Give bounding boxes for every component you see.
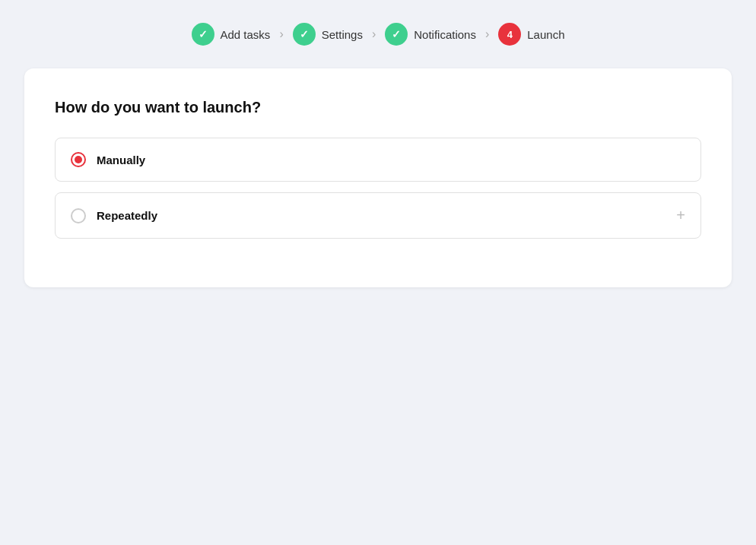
expand-icon-repeatedly[interactable]: +: [676, 207, 685, 224]
radio-repeatedly[interactable]: [71, 208, 86, 223]
option-manually[interactable]: Manually: [55, 138, 701, 182]
option-repeatedly[interactable]: Repeatedly +: [55, 192, 701, 239]
chevron-icon-3: ›: [485, 27, 489, 41]
step-circle-settings: ✓: [293, 23, 316, 46]
checkmark-icon-3: ✓: [392, 28, 401, 40]
checkmark-icon-2: ✓: [300, 28, 309, 40]
step-add-tasks[interactable]: ✓ Add tasks: [192, 23, 271, 46]
step-launch[interactable]: 4 Launch: [498, 23, 564, 46]
step-label-settings: Settings: [322, 28, 363, 41]
step-circle-notifications: ✓: [385, 23, 408, 46]
step-number-launch: 4: [507, 29, 513, 40]
step-label-add-tasks: Add tasks: [221, 28, 271, 41]
step-settings[interactable]: ✓ Settings: [293, 23, 363, 46]
step-label-notifications: Notifications: [414, 28, 476, 41]
stepper: ✓ Add tasks › ✓ Settings › ✓ Notificatio…: [192, 23, 565, 46]
step-label-launch: Launch: [527, 28, 564, 41]
radio-inner-manually: [75, 156, 82, 163]
card-title: How do you want to launch?: [55, 99, 701, 116]
step-circle-add-tasks: ✓: [192, 23, 214, 46]
checkmark-icon: ✓: [199, 28, 208, 40]
step-notifications[interactable]: ✓ Notifications: [385, 23, 476, 46]
chevron-icon-2: ›: [372, 27, 376, 41]
step-circle-launch: 4: [498, 23, 521, 46]
option-label-repeatedly: Repeatedly: [97, 209, 157, 222]
chevron-icon-1: ›: [279, 27, 283, 41]
option-label-manually: Manually: [97, 154, 145, 166]
launch-card: How do you want to launch? Manually Repe…: [24, 68, 732, 287]
radio-manually[interactable]: [71, 152, 86, 167]
option-manually-left: Manually: [71, 152, 145, 167]
option-repeatedly-left: Repeatedly: [71, 208, 157, 223]
